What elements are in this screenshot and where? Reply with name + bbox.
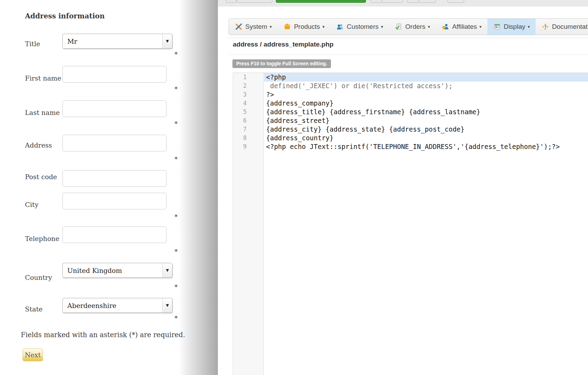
toolbar-button[interactable] — [382, 0, 403, 3]
city-label: City — [25, 201, 39, 208]
toolbar-button[interactable] — [237, 0, 272, 3]
menu-item-label: Affiliates — [452, 23, 477, 31]
line-number: 5 — [233, 108, 263, 116]
chevron-down-icon: ▼ — [162, 263, 172, 277]
menu-item-customers[interactable]: Customers ▾ — [330, 19, 389, 35]
admin-panel: System ▾ Products ▾ Custome — [218, 0, 588, 375]
code-line[interactable]: ?> — [264, 90, 588, 99]
menu-item-products[interactable]: Products ▾ — [278, 19, 330, 35]
code-line[interactable]: defined('_JEXEC') or die('Restricted acc… — [264, 82, 588, 90]
menu-item-affiliates[interactable]: Affiliates ▾ — [436, 19, 487, 35]
admin-menubar: System ▾ Products ▾ Custome — [229, 18, 588, 35]
menu-item-display[interactable]: Display ▾ — [487, 19, 536, 35]
chevron-down-icon: ▾ — [428, 24, 430, 29]
customers-users-icon — [336, 23, 344, 31]
orders-document-icon — [395, 23, 402, 31]
menu-item-orders[interactable]: Orders ▾ — [389, 19, 436, 35]
svg-text:?: ? — [544, 25, 547, 29]
section-divider — [228, 55, 588, 55]
title-select-value: Mr — [67, 34, 77, 48]
last-name-input[interactable] — [62, 100, 167, 117]
chevron-down-icon: ▾ — [322, 24, 324, 29]
line-number: 3 — [233, 90, 263, 99]
affiliates-person-coin-icon — [442, 23, 449, 31]
state-label: State — [25, 305, 43, 313]
required-asterisk: * — [174, 51, 178, 58]
menu-item-label: Customers — [347, 23, 378, 31]
toolbar-button[interactable] — [448, 0, 464, 3]
menu-item-label: Orders — [405, 23, 425, 31]
menu-item-label: Display — [504, 23, 525, 31]
menu-item-documentation[interactable]: ? Documentation ▾ — [536, 19, 588, 35]
telephone-input[interactable] — [62, 226, 167, 243]
chevron-down-icon: ▾ — [270, 24, 272, 29]
code-line[interactable]: {address_company} — [264, 99, 588, 108]
next-button[interactable]: Next — [23, 348, 43, 361]
code-line[interactable]: {address_title} {address_firstname} {add… — [264, 108, 588, 116]
chevron-down-icon: ▾ — [479, 24, 482, 29]
required-asterisk: * — [174, 156, 178, 163]
panel-divider-shadow — [179, 0, 218, 375]
form-heading: Address information — [25, 12, 105, 20]
menu-item-label: Documentation — [552, 23, 588, 31]
menu-item-label: System — [245, 23, 267, 31]
required-asterisk: * — [174, 315, 178, 322]
address-form: Address information Title Mr ▼ * First n… — [0, 0, 194, 375]
line-number: 7 — [233, 125, 263, 134]
line-number: 9 — [233, 142, 263, 151]
editor-hint-badge: Press F10 to toggle Full Screen editing. — [232, 59, 331, 68]
chevron-down-icon: ▼ — [162, 298, 172, 312]
breadcrumb: address / address_template.php — [233, 41, 333, 48]
toolbar-button[interactable] — [419, 0, 436, 3]
system-tools-icon — [235, 23, 242, 31]
country-select[interactable]: United Kingdom ▼ — [62, 263, 172, 278]
code-line[interactable]: {address_street} — [264, 116, 588, 125]
chevron-down-icon: ▾ — [381, 24, 383, 29]
title-label: Title — [25, 40, 40, 48]
required-asterisk: * — [174, 213, 178, 220]
products-box-icon — [283, 23, 291, 31]
toolbar-button[interactable] — [370, 0, 382, 3]
chevron-down-icon: ▾ — [528, 24, 530, 29]
chevron-down-icon: ▼ — [162, 34, 172, 48]
toolbar-button[interactable] — [226, 0, 237, 3]
code-line[interactable]: <?php — [264, 73, 588, 82]
telephone-label: Telephone — [25, 235, 59, 242]
line-number: 4 — [233, 99, 263, 108]
title-select[interactable]: Mr ▼ — [62, 34, 172, 49]
code-line[interactable]: {address_city} {address_state} {address_… — [264, 125, 588, 134]
required-asterisk: * — [174, 283, 178, 291]
toolbar-button[interactable] — [407, 0, 419, 3]
display-window-icon — [493, 23, 501, 31]
state-select-value: Aberdeenshire — [67, 298, 117, 312]
country-select-value: United Kingdom — [67, 263, 122, 277]
post-code-label: Post code — [25, 173, 57, 181]
required-asterisk: * — [174, 85, 178, 93]
gutter: 123456789 — [233, 73, 264, 375]
first-name-input[interactable] — [62, 66, 167, 83]
menu-item-label: Products — [294, 23, 320, 31]
first-name-label: First name — [25, 74, 61, 82]
code-lines[interactable]: <?php defined('_JEXEC') or die('Restrict… — [264, 73, 588, 151]
code-line[interactable]: <?php echo JText::sprintf('TELEPHONE_IN_… — [264, 142, 588, 151]
line-number: 1 — [233, 73, 263, 82]
post-code-input[interactable] — [62, 170, 167, 187]
line-number: 8 — [233, 134, 263, 142]
required-fields-note: Fields marked with an asterisk (*) are r… — [21, 331, 185, 339]
code-editor[interactable]: 123456789 <?php defined('_JEXEC') or die… — [233, 73, 588, 375]
state-select[interactable]: Aberdeenshire ▼ — [62, 298, 172, 313]
documentation-help-icon: ? — [542, 23, 549, 31]
code-line[interactable]: {address_country} — [264, 134, 588, 142]
section-divider — [228, 38, 588, 38]
required-asterisk: * — [174, 120, 178, 127]
last-name-label: Last name — [25, 109, 60, 116]
toolbar-button-green[interactable] — [276, 0, 366, 3]
address-input[interactable] — [62, 135, 167, 151]
line-number: 6 — [233, 116, 263, 125]
screen: Address information Title Mr ▼ * First n… — [0, 0, 588, 375]
line-number: 2 — [233, 82, 263, 90]
address-label: Address — [25, 141, 52, 149]
city-input[interactable] — [62, 193, 167, 209]
menu-item-system[interactable]: System ▾ — [229, 19, 278, 35]
toolbar-strip — [218, 0, 588, 8]
